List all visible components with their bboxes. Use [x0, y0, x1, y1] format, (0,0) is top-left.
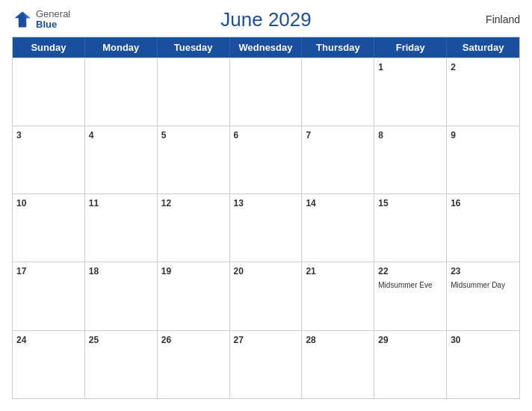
day-cell: 9 — [447, 126, 519, 194]
logo-text: General Blue — [36, 9, 70, 31]
week-row-2: 3456789 — [13, 126, 519, 194]
day-number: 27 — [234, 334, 298, 347]
day-headers: SundayMondayTuesdayWednesdayThursdayFrid… — [13, 37, 519, 58]
day-cell: 19 — [158, 262, 230, 330]
day-number: 28 — [306, 334, 370, 347]
day-number: 19 — [161, 265, 226, 278]
day-cell: 27 — [230, 331, 303, 398]
day-number: 16 — [451, 197, 516, 210]
day-cell: 8 — [374, 126, 447, 194]
country-label: Finland — [486, 13, 520, 25]
day-header-monday: Monday — [85, 37, 158, 58]
day-cell: 22Midsummer Eve — [374, 262, 447, 330]
day-cell: 4 — [85, 126, 158, 194]
day-number: 22 — [378, 265, 442, 278]
day-number: 4 — [89, 129, 153, 142]
week-row-5: 24252627282930 — [13, 330, 519, 398]
day-cell: 2 — [447, 58, 519, 126]
day-number: 12 — [161, 197, 226, 210]
day-cell: 1 — [374, 58, 447, 126]
day-header-wednesday: Wednesday — [230, 37, 303, 58]
week-row-1: 12 — [13, 58, 519, 126]
day-number: 10 — [16, 197, 81, 210]
day-cell: 13 — [230, 194, 303, 262]
day-number: 26 — [161, 334, 226, 347]
day-number: 29 — [378, 334, 442, 347]
day-number: 2 — [451, 61, 516, 74]
day-cell: 24 — [13, 331, 85, 398]
day-number: 5 — [161, 129, 226, 142]
event-label: Midsummer Day — [451, 280, 516, 290]
svg-marker-0 — [15, 12, 31, 28]
day-cell: 21 — [302, 262, 374, 330]
day-number: 14 — [306, 197, 370, 210]
calendar: SundayMondayTuesdayWednesdayThursdayFrid… — [12, 37, 520, 399]
week-row-4: 171819202122Midsummer Eve23Midsummer Day — [13, 262, 519, 330]
day-cell — [13, 58, 85, 126]
day-cell — [302, 58, 374, 126]
logo-bird-icon — [12, 9, 33, 30]
day-number: 24 — [16, 334, 81, 347]
day-number: 6 — [234, 129, 298, 142]
day-header-tuesday: Tuesday — [158, 37, 230, 58]
day-cell: 5 — [158, 126, 230, 194]
event-label: Midsummer Eve — [378, 280, 442, 290]
day-cell: 28 — [302, 331, 374, 398]
day-number: 20 — [234, 265, 298, 278]
day-header-sunday: Sunday — [13, 37, 85, 58]
day-number: 8 — [378, 129, 442, 142]
day-cell: 25 — [85, 331, 158, 398]
day-cell: 14 — [302, 194, 374, 262]
day-header-saturday: Saturday — [447, 37, 519, 58]
day-number: 9 — [451, 129, 516, 142]
day-number: 15 — [378, 197, 442, 210]
day-header-thursday: Thursday — [302, 37, 374, 58]
day-number: 23 — [451, 265, 516, 278]
day-cell: 30 — [447, 331, 519, 398]
calendar-title: June 2029 — [220, 8, 311, 31]
day-cell: 29 — [374, 331, 447, 398]
day-cell: 15 — [374, 194, 447, 262]
day-cell: 20 — [230, 262, 303, 330]
day-number: 25 — [89, 334, 153, 347]
day-number: 18 — [89, 265, 153, 278]
day-header-friday: Friday — [374, 37, 447, 58]
day-number: 13 — [234, 197, 298, 210]
day-number: 11 — [89, 197, 153, 210]
calendar-header: General Blue June 2029 Finland — [12, 9, 520, 31]
day-cell: 26 — [158, 331, 230, 398]
day-number: 3 — [16, 129, 81, 142]
day-cell: 11 — [85, 194, 158, 262]
day-cell — [85, 58, 158, 126]
day-cell: 10 — [13, 194, 85, 262]
day-cell: 16 — [447, 194, 519, 262]
day-cell: 12 — [158, 194, 230, 262]
day-number: 30 — [451, 334, 516, 347]
day-number: 17 — [16, 265, 81, 278]
day-cell: 17 — [13, 262, 85, 330]
day-cell: 23Midsummer Day — [447, 262, 519, 330]
day-cell — [230, 58, 303, 126]
calendar-body: 12345678910111213141516171819202122Midsu… — [13, 58, 519, 398]
day-cell: 18 — [85, 262, 158, 330]
day-number: 7 — [306, 129, 370, 142]
week-row-3: 10111213141516 — [13, 194, 519, 262]
day-number: 21 — [306, 265, 370, 278]
day-cell: 3 — [13, 126, 85, 194]
day-cell — [158, 58, 230, 126]
day-number: 1 — [378, 61, 442, 74]
day-cell: 7 — [302, 126, 374, 194]
day-cell: 6 — [230, 126, 303, 194]
logo: General Blue — [12, 9, 70, 31]
